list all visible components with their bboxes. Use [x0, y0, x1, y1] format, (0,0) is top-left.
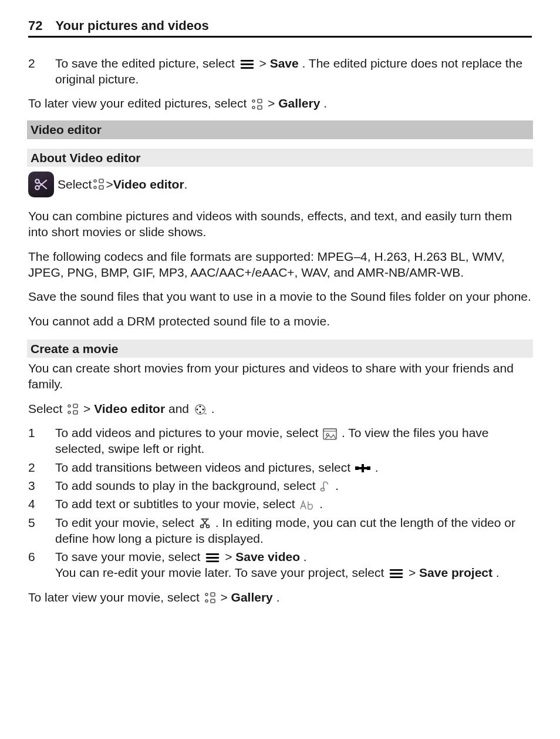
- text: .: [375, 461, 379, 474]
- text: To later view your edited pictures, sele…: [28, 96, 250, 110]
- step-text: To save the edited picture, select > Sav…: [55, 55, 532, 88]
- step-3: 3 To add sounds to play in the backgroun…: [28, 478, 532, 493]
- step-number: 5: [28, 515, 55, 547]
- text: To add videos and pictures to your movie…: [55, 426, 322, 439]
- text: >: [220, 590, 231, 604]
- text: You can re-edit your movie later. To sav…: [55, 566, 387, 579]
- step-text: To edit your movie, select . In editing …: [55, 515, 532, 547]
- apps-grid-icon: [204, 592, 216, 604]
- text: >: [259, 56, 270, 70]
- section-subheader-about: About Video editor: [27, 149, 533, 167]
- later-view-text: To later view your edited pictures, sele…: [28, 95, 532, 111]
- step-text: To add text or subtitles to your movie, …: [55, 496, 532, 512]
- text: To add transitions between videos and pi…: [55, 461, 354, 474]
- video-editor-label: Video editor: [94, 402, 165, 415]
- text: Select: [58, 176, 92, 192]
- apps-grid-icon: [93, 179, 104, 190]
- picture-icon: [323, 428, 337, 440]
- text: and: [168, 402, 193, 415]
- create-nav: Select > Video editor and .: [28, 401, 532, 416]
- video-editor-app-icon: [28, 172, 54, 197]
- text: .: [303, 550, 307, 563]
- later-view-movie: To later view your movie, select > Galle…: [28, 589, 532, 605]
- text: Select: [28, 402, 66, 415]
- step-text: To add transitions between videos and pi…: [55, 459, 532, 475]
- step-number: 4: [28, 496, 55, 512]
- about-p2: The following codecs and file formats ar…: [28, 248, 532, 281]
- step-number: 1: [28, 425, 55, 457]
- gallery-label: Gallery: [231, 590, 273, 604]
- step-2: 2 To add transitions between videos and …: [28, 459, 532, 475]
- step-number: 2: [28, 55, 55, 88]
- about-p1: You can combine pictures and videos with…: [28, 208, 532, 240]
- transition-plus-icon: [355, 463, 370, 473]
- step-save-picture: 2 To save the edited picture, select > S…: [28, 55, 532, 88]
- save-project-label: Save project: [419, 566, 492, 579]
- save-label: Save: [270, 56, 299, 70]
- video-editor-label: Video editor: [113, 176, 184, 192]
- text: .: [323, 96, 327, 110]
- text: .: [276, 590, 280, 604]
- text: >: [268, 96, 278, 110]
- text: To add sounds to play in the background,…: [55, 479, 319, 492]
- text: To later view your movie, select: [28, 590, 203, 604]
- step-1: 1 To add videos and pictures to your mov…: [28, 425, 532, 457]
- text-ab-icon: [299, 500, 315, 510]
- step-text: To save your movie, select > Save video …: [55, 549, 532, 581]
- text: To save the edited picture, select: [55, 56, 238, 70]
- apps-grid-icon: [67, 404, 79, 415]
- section-subheader-create-movie: Create a movie: [27, 340, 533, 358]
- step-4: 4 To add text or subtitles to your movie…: [28, 496, 532, 512]
- step-text: To add videos and pictures to your movie…: [55, 425, 532, 457]
- text: .: [319, 497, 323, 510]
- text: >: [409, 566, 419, 579]
- save-video-label: Save video: [235, 550, 300, 563]
- intro-line: Select > Video editor .: [28, 172, 532, 197]
- menu-icon: [205, 553, 220, 562]
- text: .: [335, 479, 339, 492]
- text: .: [496, 566, 500, 579]
- about-p4: You cannot add a DRM protected sound fil…: [28, 313, 532, 329]
- page-title: Your pictures and videos: [55, 18, 208, 35]
- apps-grid-icon: [251, 99, 263, 110]
- text: >: [225, 550, 235, 563]
- create-intro: You can create short movies from your pi…: [28, 360, 532, 392]
- text: To edit your movie, select: [55, 516, 198, 529]
- step-number: 6: [28, 549, 55, 581]
- step-text: To add sounds to play in the background,…: [55, 478, 532, 493]
- section-header-video-editor: Video editor: [27, 120, 533, 139]
- menu-icon: [389, 569, 404, 578]
- about-p3: Save the sound files that you want to us…: [28, 288, 532, 304]
- edit-scissors-icon: [199, 518, 211, 529]
- gallery-label: Gallery: [278, 96, 320, 110]
- menu-icon: [239, 60, 255, 69]
- page-header: 72 Your pictures and videos: [28, 18, 532, 38]
- page-number: 72: [28, 18, 42, 35]
- step-number: 3: [28, 478, 55, 493]
- text: To save your movie, select: [55, 550, 204, 563]
- step-number: 2: [28, 459, 55, 475]
- text: .: [184, 176, 188, 192]
- step-6: 6 To save your movie, select > Save vide…: [28, 549, 532, 581]
- text: >: [106, 176, 113, 192]
- text: .: [211, 402, 215, 415]
- film-reel-icon: [194, 403, 207, 416]
- step-5: 5 To edit your movie, select . In editin…: [28, 515, 532, 547]
- music-note-icon: [320, 480, 330, 493]
- text: To add text or subtitles to your movie, …: [55, 497, 298, 510]
- text: >: [83, 402, 94, 415]
